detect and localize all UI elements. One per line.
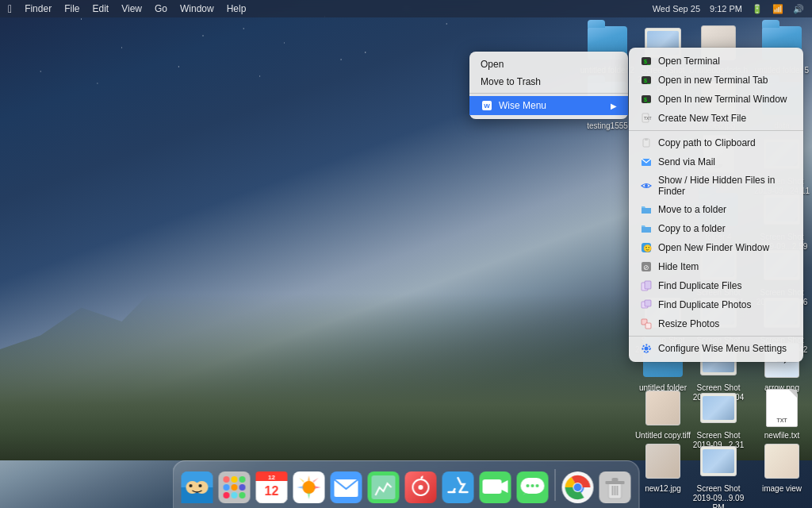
svg-point-64 (527, 484, 530, 487)
menubar:  Finder File Edit View Go Window Help W… (0, 0, 812, 17)
svg-point-42 (239, 492, 246, 498)
icon-label: new12.jpg (645, 484, 681, 494)
menubar-finder[interactable]: Finder (25, 3, 52, 14)
menu-item-label: Find Duplicate Files (658, 280, 741, 291)
eye-icon (640, 179, 653, 192)
svg-rect-59 (483, 479, 502, 494)
menu-item-open-new-terminal-window[interactable]: $_ Open In new Terminal Window (629, 90, 803, 109)
context-menu: Open Move to Trash W Wise Menu ▶ (469, 52, 628, 119)
menubar-volume: 🔊 (793, 4, 804, 14)
svg-rect-21 (645, 300, 651, 306)
svg-point-40 (224, 492, 230, 498)
apple-menu[interactable]:  (8, 2, 12, 15)
menubar-help[interactable]: Help (227, 3, 247, 14)
svg-text:TXT: TXT (644, 116, 651, 121)
svg-text:W: W (484, 102, 490, 110)
svg-point-70 (574, 483, 582, 491)
dock-item-finder[interactable] (180, 470, 215, 505)
menu-item-open-terminal[interactable]: $_ Open Terminal (629, 52, 803, 71)
menu-item-copy-path[interactable]: Copy path to Clipboard (629, 133, 803, 152)
dock-item-mail[interactable] (329, 470, 364, 505)
menu-item-label: Resize Photos (658, 318, 719, 329)
duplicate-photos-icon (640, 298, 653, 311)
image-icon (761, 441, 802, 482)
clipboard-icon (640, 137, 653, 149)
svg-point-35 (232, 476, 238, 483)
dock-item-messages[interactable] (515, 470, 550, 505)
dock-item-appstore[interactable] (441, 470, 476, 505)
gear-icon (640, 342, 653, 355)
dock-item-chrome[interactable] (561, 470, 596, 505)
dock-item-trash[interactable] (598, 470, 633, 505)
menu-item-resize-photos[interactable]: Resize Photos (629, 314, 803, 333)
menu-item-hide-item[interactable]: ⊘ Hide Item (629, 257, 803, 276)
terminal-window-icon: $_ (640, 93, 653, 106)
svg-text:12: 12 (265, 484, 279, 498)
menu-item-move-to-folder[interactable]: Move to a folder (629, 200, 803, 219)
menu-item-label: Open Terminal (658, 56, 720, 67)
desktop-icon-newfile-txt[interactable]: TXT newfile.txt (750, 387, 812, 441)
menubar-edit[interactable]: Edit (92, 3, 109, 14)
icon-label: testing1555 (587, 121, 628, 131)
menubar-file[interactable]: File (64, 3, 79, 14)
menu-item-label: Configure Wise Menu Settings (658, 343, 787, 354)
svg-point-49 (303, 481, 316, 494)
menu-item-open[interactable]: Open (469, 56, 628, 73)
desktop-icon-image-view[interactable]: image view (750, 441, 812, 494)
svg-text:🙂: 🙂 (643, 244, 652, 253)
svg-rect-74 (612, 478, 619, 482)
dock-item-photos[interactable] (292, 470, 327, 505)
file-icon: TXT (761, 387, 802, 429)
dock-separator (555, 469, 556, 501)
svg-point-24 (645, 347, 649, 351)
desktop-icon-new12-jpg[interactable]: new12.jpg (631, 441, 695, 494)
duplicate-files-icon (640, 279, 653, 292)
menu-item-open-new-terminal-tab[interactable]: $_ Open in new Terminal Tab (629, 71, 803, 90)
menu-item-label: Copy to a folder (658, 223, 726, 234)
wise-menu-submenu: $_ Open Terminal $_ Open in new Terminal… (629, 48, 803, 362)
icon-label: Screen Shot2019-09...9.09 PM (689, 484, 749, 508)
menu-item-find-duplicate-photos[interactable]: Find Duplicate Photos (629, 295, 803, 314)
menu-separator (629, 336, 803, 337)
menubar-right: Wed Sep 25 9:12 PM 🔋 📶 🔊 (653, 4, 804, 14)
menu-item-show-hide-hidden[interactable]: Show / Hide Hidden Files in Finder (629, 171, 803, 200)
dock-item-calendar[interactable]: 12 12 (255, 470, 289, 505)
menu-item-open-new-finder[interactable]: 🙂 Open New Finder Window (629, 238, 803, 257)
svg-point-39 (239, 484, 246, 491)
svg-text:$_: $_ (644, 59, 650, 65)
menu-item-label: Open In new Terminal Window (658, 94, 787, 105)
svg-text:$_: $_ (644, 78, 650, 84)
svg-rect-11 (645, 138, 648, 140)
dock: 12 12 (173, 460, 640, 508)
dock-item-facetime[interactable] (478, 470, 513, 505)
svg-text:12: 12 (268, 474, 275, 481)
menu-item-move-to-trash[interactable]: Move to Trash (469, 73, 628, 90)
menu-item-create-new-text[interactable]: TXT Create New Text File (629, 109, 803, 128)
icon-label: image view (762, 484, 802, 494)
dock-item-itunes[interactable] (404, 470, 439, 505)
folder-copy-icon (640, 222, 653, 235)
menu-item-label: Move to Trash (481, 76, 541, 87)
menu-item-copy-to-folder[interactable]: Copy to a folder (629, 219, 803, 238)
menu-item-wise-menu[interactable]: W Wise Menu ▶ (469, 96, 628, 115)
menubar-window[interactable]: Window (180, 3, 214, 14)
wise-menu-icon: W (481, 99, 493, 112)
menu-item-send-via-mail[interactable]: Send via Mail (629, 152, 803, 171)
icon-label: newfile.txt (764, 431, 799, 441)
desktop-icon-screenshot-11[interactable]: Screen Shot2019-09...9.09 PM (687, 441, 750, 508)
menu-item-label: Open (481, 59, 504, 70)
menubar-view[interactable]: View (121, 3, 142, 14)
dock-item-maps[interactable] (366, 470, 401, 505)
svg-rect-23 (645, 323, 651, 329)
menubar-go[interactable]: Go (155, 3, 167, 14)
menu-item-label: Move to a folder (658, 204, 726, 215)
menubar-time: 9:12 PM (710, 4, 742, 13)
desktop-icon-untitled-copy-tiff[interactable]: Untitled copy.tiff (631, 387, 695, 441)
image-icon (642, 441, 684, 482)
menu-item-configure-wise[interactable]: Configure Wise Menu Settings (629, 339, 803, 358)
svg-rect-19 (645, 281, 651, 289)
menu-item-find-duplicate-files[interactable]: Find Duplicate Files (629, 276, 803, 295)
dock-item-launchpad[interactable] (217, 470, 252, 505)
menu-item-label: Find Duplicate Photos (658, 299, 751, 310)
svg-point-37 (224, 484, 230, 491)
